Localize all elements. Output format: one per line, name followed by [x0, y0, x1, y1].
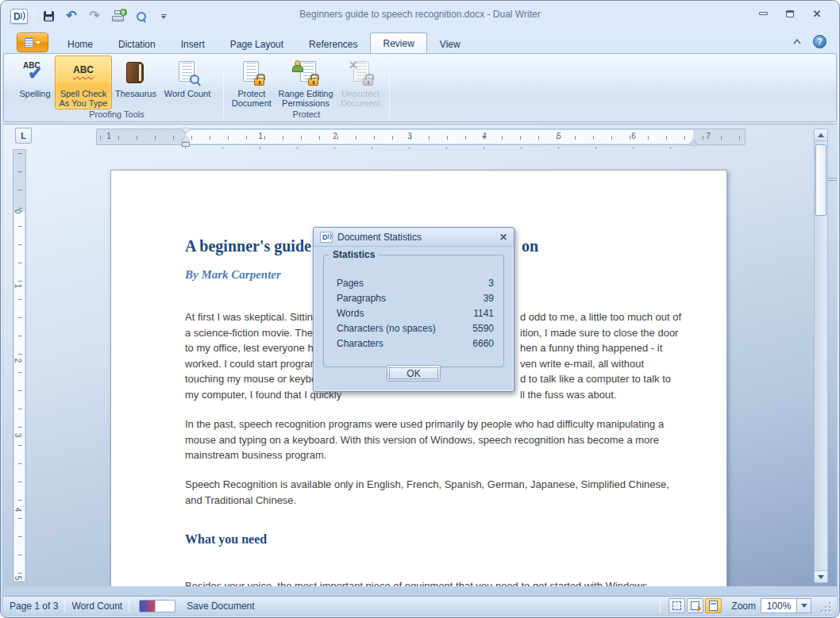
range-editing-permissions-button[interactable]: Range Editing Permissions: [275, 56, 337, 109]
status-bar: Page 1 of 3 Word Count Save Document Zoo…: [3, 596, 837, 615]
word-count-status-button[interactable]: Word Count: [71, 601, 122, 612]
lock-icon: [254, 78, 264, 86]
print-layout-view-button[interactable]: [705, 598, 722, 613]
chevron-down-icon: [801, 604, 807, 608]
draft-view-button[interactable]: [669, 598, 685, 613]
dialog-close-button[interactable]: ✕: [499, 232, 507, 243]
stat-label: Characters: [337, 338, 383, 353]
ruler-number: 0: [13, 209, 22, 214]
ruler-number: 1: [13, 284, 22, 289]
app-icon: D: [320, 232, 333, 243]
edit-view-button[interactable]: [687, 598, 703, 613]
restore-button[interactable]: [782, 8, 798, 19]
ruler-number: 5: [13, 576, 22, 581]
quick-access-toolbar: D ↶ ↷ ?: [10, 6, 172, 25]
indent-marker[interactable]: [181, 129, 191, 146]
document-statistics-dialog: D Document Statistics ✕ Statistics Pages…: [313, 227, 514, 392]
edit-view-icon: [691, 601, 699, 610]
lock-icon: [363, 78, 373, 86]
vertical-ruler[interactable]: 0 1 2 3 4 5: [13, 149, 26, 582]
chevron-up-icon: [793, 39, 801, 44]
group-separator: [389, 57, 390, 118]
zoom-label: Zoom: [731, 601, 756, 612]
protect-document-button[interactable]: Protect Document: [229, 56, 275, 109]
dialog-title-bar[interactable]: D Document Statistics ✕: [314, 228, 514, 247]
customize-quick-access-button[interactable]: [155, 8, 172, 24]
magnifier-icon: [190, 75, 201, 86]
horizontal-ruler[interactable]: 1 1 2 3 4 5 6 7: [96, 129, 746, 145]
zoom-value-field[interactable]: 100%: [761, 598, 797, 613]
app-icon[interactable]: D: [10, 9, 28, 24]
find-button[interactable]: [132, 8, 149, 24]
statistics-rows: Pages 3 Paragraphs 39 Words 1141 Chara: [337, 278, 494, 353]
vertical-scrollbar[interactable]: [814, 129, 828, 583]
tab-page-layout[interactable]: Page Layout: [218, 34, 296, 53]
tab-insert[interactable]: Insert: [168, 34, 218, 53]
draft-view-icon: [672, 601, 681, 610]
undo-button[interactable]: ↶: [63, 8, 80, 24]
ribbon-group-protect: Protect Document Range Editing Permissio…: [225, 54, 387, 121]
person-icon: [292, 60, 302, 71]
help-button[interactable]: ?: [813, 35, 827, 48]
tab-dictation[interactable]: Dictation: [106, 34, 168, 53]
right-indent-marker[interactable]: [689, 140, 697, 145]
paragraph-4: Besides your voice, the most important p…: [185, 578, 696, 586]
redo-button[interactable]: ↷: [86, 8, 103, 24]
print-preview-button[interactable]: ?: [109, 8, 126, 24]
scrollbar-thumb[interactable]: [815, 144, 827, 216]
more-bar-icon: [161, 14, 167, 15]
checkmark-icon: ✔: [28, 65, 42, 83]
dialog-title: Document Statistics: [337, 232, 495, 243]
paragraph-3: Speech Recognition is available only in …: [185, 477, 696, 508]
color-scheme-swatch[interactable]: [139, 600, 175, 612]
tab-review[interactable]: Review: [370, 33, 426, 53]
statusbar-separator: [129, 600, 129, 612]
application-window: D ↶ ↷ ? Beginners guide to speech r: [0, 0, 840, 618]
scroll-down-button[interactable]: [815, 570, 827, 582]
ribbon-tabs: Home Dictation Insert Page Layout Refere…: [55, 31, 473, 53]
restore-icon: [786, 10, 794, 17]
stat-row-paragraphs: Paragraphs 39: [337, 293, 494, 308]
tab-home[interactable]: Home: [55, 34, 106, 53]
ruler-number: 2: [13, 359, 22, 363]
close-button[interactable]: ✕: [809, 8, 825, 19]
undo-icon: ↶: [66, 10, 76, 22]
ribbon-tab-row: Home Dictation Insert Page Layout Refere…: [1, 31, 839, 53]
stat-value: 3: [488, 278, 494, 293]
protect-document-icon: [238, 60, 265, 86]
minimize-icon: [759, 12, 768, 15]
statusbar-separator: [660, 600, 661, 612]
tab-references[interactable]: References: [296, 34, 370, 53]
spelling-button[interactable]: ABC ✔ Spelling: [15, 56, 55, 109]
tab-stop-selector[interactable]: L: [15, 128, 32, 144]
ruler-number: 3: [13, 433, 22, 438]
tab-view[interactable]: View: [427, 34, 473, 53]
ruler-ticks: [100, 136, 742, 140]
chevron-down-icon: [161, 16, 166, 19]
collapse-ribbon-button[interactable]: [791, 36, 803, 48]
groupbox-label: Statistics: [329, 249, 379, 260]
word-count-button[interactable]: Word Count: [160, 56, 215, 109]
ribbon-group-proofing-tools: ABC ✔ Spelling ABC Spell Check As You Ty…: [12, 54, 222, 121]
word-count-icon: [174, 60, 201, 86]
zoom-dropdown-button[interactable]: [797, 598, 811, 613]
application-menu-button[interactable]: [17, 33, 48, 52]
thesaurus-button[interactable]: Thesaurus: [112, 56, 160, 109]
stat-row-words: Words 1141: [337, 308, 494, 323]
arrow-up-icon: [818, 133, 824, 137]
scroll-up-button[interactable]: [815, 129, 827, 141]
stat-row-characters-no-spaces: Characters (no spaces) 5590: [337, 323, 494, 338]
unprotect-document-button: ✕ Unprotect Document: [337, 56, 384, 109]
save-button[interactable]: [40, 8, 57, 24]
resize-grip[interactable]: [819, 601, 830, 612]
ruler-number: 3: [407, 132, 412, 140]
minimize-button[interactable]: [755, 8, 771, 19]
ok-button[interactable]: OK: [387, 365, 441, 382]
close-icon: ✕: [813, 9, 822, 19]
page-indicator[interactable]: Page 1 of 3: [10, 601, 58, 612]
spell-check-as-you-type-button[interactable]: ABC Spell Check As You Type: [55, 56, 112, 109]
statusbar-right: Zoom 100%: [653, 598, 830, 613]
save-document-status[interactable]: Save Document: [187, 601, 254, 612]
stat-row-pages: Pages 3: [337, 278, 494, 293]
screenshot-root: D ↶ ↷ ? Beginners guide to speech r: [0, 0, 840, 618]
